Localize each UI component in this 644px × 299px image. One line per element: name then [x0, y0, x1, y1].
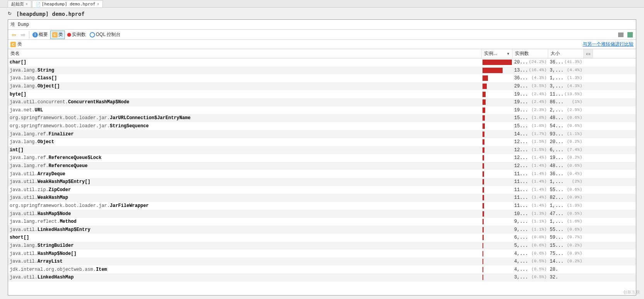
col-classname[interactable]: 类名: [8, 49, 482, 58]
cell-classname: int[]: [8, 147, 482, 153]
cell-instances: 15...(1.8%): [513, 115, 548, 121]
cell-size: 3,...(4.3%): [548, 84, 584, 89]
table-row[interactable]: byte[]19...(2.4%)11...(13.5%): [8, 90, 636, 98]
toolbar: ⇦ ⇨ i 概要 C 类 实例数 OQL 控制台: [8, 30, 636, 40]
class-table[interactable]: char[]20...(24.2%)36...(41.3%)java.lang.…: [8, 58, 636, 295]
tab-heapdump[interactable]: 📄 [heapdump] demo.hprof ×: [32, 0, 103, 7]
cell-classname: java.lang.Object: [8, 139, 482, 145]
cell-instances: 11...(1.4%): [513, 203, 548, 208]
close-icon[interactable]: ×: [25, 2, 28, 6]
cell-instances: 12...(1.4%): [513, 155, 548, 161]
col-instances[interactable]: 实例数: [513, 49, 548, 58]
page-title: [heapdump] demo.hprof: [16, 11, 85, 17]
dump-panel: 堆 Dump ⇦ ⇨ i 概要 C 类 实例数 OQL 控制台: [8, 19, 636, 296]
table-row[interactable]: java.lang.ref.Finalizer14...(1.7%)93...(…: [8, 130, 636, 138]
cell-classname: short[]: [8, 235, 482, 240]
table-row[interactable]: org.springframework.boot.loader.jar.JarF…: [8, 202, 636, 210]
export-icon: [627, 32, 633, 38]
toolbar-action-2[interactable]: [626, 31, 634, 39]
table-row[interactable]: java.util.WeakHashMap11...(1.4%)82...(0.…: [8, 194, 636, 202]
cell-bar: [482, 139, 513, 145]
panel-title: 类: [17, 41, 22, 48]
table-row[interactable]: java.util.concurrent.ConcurrentHashMap$N…: [8, 98, 636, 106]
table-row[interactable]: java.util.LinkedHashMap$Entry9,...(1.1%)…: [8, 226, 636, 234]
table-row[interactable]: java.lang.Object12...(1.5%)20...(0.2%): [8, 138, 636, 146]
cell-bar: [482, 203, 513, 208]
toolbar-label: OQL 控制台: [96, 31, 121, 38]
instances-button[interactable]: 实例数: [66, 31, 87, 39]
overview-button[interactable]: i 概要: [31, 31, 49, 39]
cell-instances: 12...(1.5%): [513, 139, 548, 145]
table-row[interactable]: int[]12...(1.5%)6,...(7.4%): [8, 146, 636, 154]
cell-classname: java.util.HashMap$Node[]: [8, 251, 482, 256]
cell-classname: java.lang.String: [8, 68, 482, 73]
title-bar: ↻ [heapdump] demo.hprof: [8, 9, 636, 19]
tab-start[interactable]: 起始页 ×: [8, 0, 31, 7]
cell-instances: 6,...(0.8%): [513, 235, 548, 240]
col-instance-bar[interactable]: 实例...▼: [482, 49, 513, 58]
table-row[interactable]: jdk.internal.org.objectweb.asm.Item4,...…: [8, 265, 636, 273]
instance-icon: [67, 33, 71, 37]
cell-classname: org.springframework.boot.loader.jar.JarU…: [8, 115, 482, 121]
cell-bar: [482, 155, 513, 161]
cell-bar: [482, 99, 513, 105]
cell-classname: java.util.HashMap$Node: [8, 211, 482, 217]
table-row[interactable]: java.lang.Object[]29...(3.5%)3,...(4.3%): [8, 82, 636, 91]
cell-instances: 19...(2.3%): [513, 108, 548, 113]
cell-bar: [482, 235, 513, 240]
classes-button[interactable]: C 类: [50, 31, 65, 39]
cell-classname: java.util.concurrent.ConcurrentHashMap$N…: [8, 99, 482, 105]
cell-size: 1,...(1.3%): [548, 203, 584, 208]
compare-link[interactable]: 与另一个堆转储进行比较: [583, 41, 634, 48]
table-row[interactable]: java.lang.Class[]36...(4.3%)1,...(1.3%): [8, 74, 636, 82]
cell-classname: java.util.ArrayList: [8, 259, 482, 264]
cell-size: 32.: [548, 275, 584, 280]
cell-size: 55...(0.6%): [548, 187, 584, 193]
box-icon: [618, 32, 624, 37]
cell-classname: java.util.zip.ZipCoder: [8, 187, 482, 193]
cell-size: 54...(0.6%): [548, 123, 584, 129]
table-row[interactable]: org.springframework.boot.loader.jar.JarU…: [8, 114, 636, 122]
table-row[interactable]: java.lang.ref.ReferenceQueue$Lock12...(1…: [8, 154, 636, 162]
cell-instances: 13...(16.4%): [513, 68, 548, 73]
table-row[interactable]: java.util.HashMap$Node10...(1.3%)47...(0…: [8, 210, 636, 218]
table-row[interactable]: java.util.LinkedHashMap3,...(0.5%)32.: [8, 273, 636, 282]
toolbar-label: 实例数: [72, 31, 86, 38]
cell-bar: [482, 132, 513, 137]
table-row[interactable]: java.util.WeakHashMap$Entry[]11...(1.4%)…: [8, 178, 636, 186]
toolbar-label: 概要: [39, 31, 48, 38]
close-icon[interactable]: ×: [97, 2, 99, 6]
table-row[interactable]: java.lang.ref.ReferenceQueue12...(1.4%)4…: [8, 162, 636, 170]
col-size[interactable]: 大小: [548, 49, 584, 58]
table-row[interactable]: java.util.zip.ZipCoder11...(1.4%)55...(0…: [8, 186, 636, 194]
table-row[interactable]: java.net.URL19...(2.3%)2,...(2.5%): [8, 106, 636, 114]
table-row[interactable]: java.lang.StringBuilder5,...(0.6%)15...(…: [8, 242, 636, 250]
cell-classname: org.springframework.boot.loader.jar.JarF…: [8, 203, 482, 208]
cell-bar: [482, 251, 513, 256]
table-row[interactable]: char[]20...(24.2%)36...(41.3%): [8, 58, 636, 67]
oql-button[interactable]: OQL 控制台: [88, 31, 122, 39]
cell-bar: [482, 211, 513, 217]
nav-back-button[interactable]: ⇦: [10, 31, 18, 39]
cell-size: 47...(0.5%): [548, 211, 584, 217]
table-row[interactable]: java.util.ArrayList4,...(0.5%)14...(0.2%…: [8, 258, 636, 266]
nav-forward-button[interactable]: ⇨: [19, 31, 27, 39]
table-row[interactable]: org.springframework.boot.loader.jar.Stri…: [8, 122, 636, 130]
cell-size: 20...(0.2%): [548, 139, 584, 145]
cell-instances: 15...(1.8%): [513, 123, 548, 129]
cell-instances: 19...(2.4%): [513, 99, 548, 105]
cell-size: 86...(1%): [548, 99, 584, 105]
table-row[interactable]: java.lang.String13...(16.4%)3,...(4.4%): [8, 67, 636, 75]
cell-bar: [482, 84, 513, 89]
cell-size: 59...(0.7%): [548, 235, 584, 240]
cell-bar: [482, 68, 513, 73]
table-row[interactable]: short[]6,...(0.8%)59...(0.7%): [8, 234, 636, 242]
cell-size: 6,...(7.4%): [548, 147, 584, 153]
table-row[interactable]: java.lang.reflect.Method9,...(1.1%)1,...…: [8, 218, 636, 226]
toolbar-action-1[interactable]: [617, 31, 625, 39]
table-row[interactable]: java.util.ArrayDeque11...(1.4%)36...(0.4…: [8, 170, 636, 178]
info-icon: i: [32, 32, 38, 38]
cell-size: 15...(0.2%): [548, 243, 584, 248]
table-row[interactable]: java.util.HashMap$Node[]4,...(0.6%)75...…: [8, 249, 636, 258]
cell-size: 55...(0.6%): [548, 227, 584, 232]
